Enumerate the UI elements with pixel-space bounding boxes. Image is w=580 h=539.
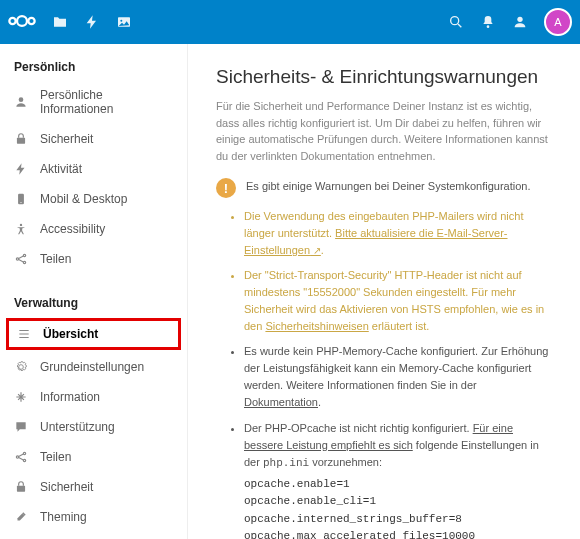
phone-icon: [14, 192, 28, 206]
warning-summary: ! Es gibt einige Warnungen bei Deiner Sy…: [216, 178, 552, 198]
svg-point-11: [20, 202, 21, 203]
svg-point-17: [23, 452, 25, 454]
sidebar-item-label: Teilen: [40, 450, 71, 464]
sidebar-item-label: Sicherheit: [40, 480, 93, 494]
svg-point-2: [28, 17, 34, 23]
sidebar-item-personal-0[interactable]: Persönliche Informationen: [0, 80, 187, 124]
sidebar-section-personal: Persönlich: [0, 52, 187, 80]
share-icon: [14, 450, 28, 464]
hsts-doc-link[interactable]: Sicherheitshinweisen: [265, 320, 368, 332]
opcache-code: opcache.enable=1opcache.enable_cli=1opca…: [244, 476, 552, 539]
svg-point-8: [19, 97, 24, 102]
lock-icon: [14, 132, 28, 146]
svg-point-12: [20, 224, 22, 226]
sidebar-item-label: Teilen: [40, 252, 71, 266]
sidebar-item-label: Accessibility: [40, 222, 105, 236]
topbar: A: [0, 0, 580, 44]
svg-point-16: [16, 456, 18, 458]
sidebar-item-label: Mobil & Desktop: [40, 192, 127, 206]
sidebar-item-label: Persönliche Informationen: [40, 88, 173, 116]
notifications-icon[interactable]: [480, 14, 496, 30]
svg-point-13: [16, 258, 18, 260]
bolt-icon: [14, 162, 28, 176]
sidebar-item-admin-6[interactable]: Theming: [0, 502, 187, 532]
logo[interactable]: [8, 7, 36, 38]
warning-list: Die Verwendung des eingebauten PHP-Maile…: [216, 208, 552, 539]
sidebar-item-admin-7[interactable]: Groupware: [0, 532, 187, 539]
warning-summary-text: Es gibt einige Warnungen bei Deiner Syst…: [246, 178, 531, 198]
sidebar-item-label: Information: [40, 390, 100, 404]
sidebar: Persönlich Persönliche InformationenSich…: [0, 44, 188, 539]
access-icon: [14, 222, 28, 236]
sidebar-item-admin-1[interactable]: Grundeinstellungen: [0, 352, 187, 382]
warn-item-hsts: Der "Strict-Transport-Security" HTTP-Hea…: [244, 267, 552, 335]
memcache-doc-link[interactable]: Dokumentation: [244, 396, 318, 408]
list-icon: [17, 327, 31, 341]
sidebar-item-admin-5[interactable]: Sicherheit: [0, 472, 187, 502]
sidebar-item-personal-3[interactable]: Mobil & Desktop: [0, 184, 187, 214]
chat-icon: [14, 420, 28, 434]
sidebar-item-label: Aktivität: [40, 162, 82, 176]
warn-item-memcache: Es wurde kein PHP-Memory-Cache konfiguri…: [244, 343, 552, 411]
lock-icon: [14, 480, 28, 494]
sidebar-section-admin: Verwaltung: [0, 288, 187, 316]
intro-text: Für die Sicherheit und Performance Deine…: [216, 98, 552, 164]
svg-rect-9: [17, 138, 25, 144]
sidebar-item-personal-4[interactable]: Accessibility: [0, 214, 187, 244]
svg-point-7: [517, 17, 522, 22]
brush-icon: [14, 510, 28, 524]
sidebar-item-admin-4[interactable]: Teilen: [0, 442, 187, 472]
sidebar-item-personal-2[interactable]: Aktivität: [0, 154, 187, 184]
sidebar-item-admin-0[interactable]: Übersicht: [6, 318, 181, 350]
activity-icon[interactable]: [84, 14, 100, 30]
svg-point-18: [23, 459, 25, 461]
svg-point-1: [9, 17, 15, 23]
page-heading: Sicherheits- & Einrichtungswarnungen: [216, 66, 552, 88]
sidebar-item-admin-3[interactable]: Unterstützung: [0, 412, 187, 442]
sidebar-item-personal-1[interactable]: Sicherheit: [0, 124, 187, 154]
arrows-icon: [14, 390, 28, 404]
content: Sicherheits- & Einrichtungswarnungen Für…: [188, 44, 580, 539]
svg-rect-19: [17, 486, 25, 492]
svg-point-14: [23, 254, 25, 256]
sidebar-item-label: Übersicht: [43, 327, 98, 341]
warn-item-mailer: Die Verwendung des eingebauten PHP-Maile…: [244, 208, 552, 259]
svg-point-6: [487, 25, 490, 28]
user-icon: [14, 95, 28, 109]
sidebar-item-label: Theming: [40, 510, 87, 524]
files-icon[interactable]: [52, 14, 68, 30]
sidebar-item-label: Sicherheit: [40, 132, 93, 146]
gallery-icon[interactable]: [116, 14, 132, 30]
sidebar-item-personal-5[interactable]: Teilen: [0, 244, 187, 274]
sidebar-item-label: Unterstützung: [40, 420, 115, 434]
gear-icon: [14, 360, 28, 374]
warning-icon: !: [216, 178, 236, 198]
avatar[interactable]: A: [544, 8, 572, 36]
sidebar-item-label: Grundeinstellungen: [40, 360, 144, 374]
sidebar-item-admin-2[interactable]: Information: [0, 382, 187, 412]
svg-point-0: [17, 16, 27, 26]
contacts-icon[interactable]: [512, 14, 528, 30]
search-icon[interactable]: [448, 14, 464, 30]
svg-point-5: [451, 17, 459, 25]
warn-item-opcache: Der PHP-OPcache ist nicht richtig konfig…: [244, 420, 552, 539]
share-icon: [14, 252, 28, 266]
svg-point-15: [23, 261, 25, 263]
svg-point-4: [120, 20, 122, 22]
